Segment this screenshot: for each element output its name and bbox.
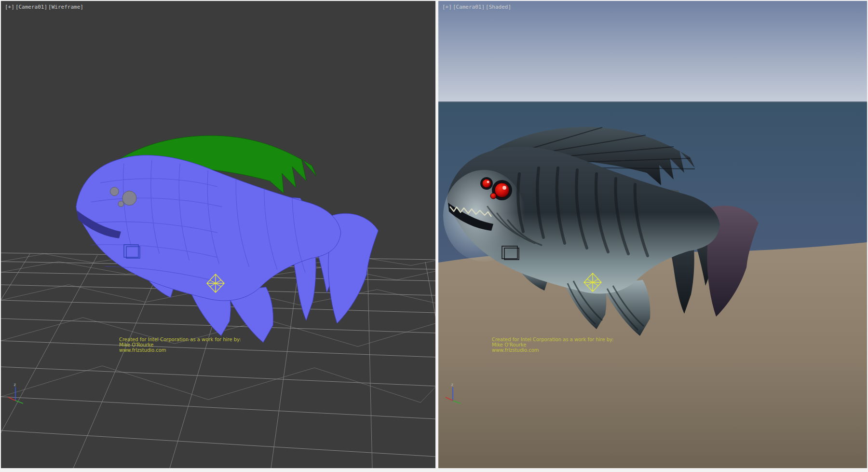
- viewport-menu-general[interactable]: [+]: [5, 4, 14, 10]
- eye-large: [122, 191, 136, 206]
- eye-large: [495, 183, 509, 197]
- watermark-line3: www.frlzstudio.com: [119, 347, 241, 353]
- watermark-line1: Created for Intel Corporation as a work …: [119, 337, 241, 342]
- watermark-line3: www.frlzstudio.com: [492, 347, 614, 353]
- eye-mid: [482, 179, 491, 188]
- watermark-text: Created for Intel Corporation as a work …: [492, 337, 614, 353]
- fish-model-wireframe[interactable]: [76, 136, 379, 343]
- viewport-menu-pov[interactable]: [Camera01]: [453, 4, 485, 10]
- eye-small: [118, 201, 124, 207]
- world-axis-gizmo: z: [7, 381, 28, 404]
- axis-z-label: z: [14, 382, 16, 387]
- dual-viewport-workspace: [+][Camera01][Wireframe] Created for Int…: [0, 0, 868, 472]
- watermark-text: Created for Intel Corporation as a work …: [119, 337, 241, 353]
- axis-z-label: z: [451, 382, 453, 387]
- eye-highlight: [502, 186, 506, 190]
- viewport-label-right: [+][Camera01][Shaded]: [442, 4, 512, 10]
- viewport-wireframe[interactable]: [+][Camera01][Wireframe] Created for Int…: [1, 1, 435, 468]
- viewport-shaded[interactable]: [+][Camera01][Shaded] Created for Intel …: [438, 1, 867, 468]
- watermark-line2: Mike O'Rourke: [492, 342, 614, 347]
- watermark-line2: Mike O'Rourke: [119, 342, 241, 347]
- viewport-menu-shading[interactable]: [Shaded]: [486, 4, 511, 10]
- eye-highlight: [487, 181, 489, 183]
- watermark-line1: Created for Intel Corporation as a work …: [492, 337, 614, 342]
- eye-small: [490, 193, 496, 199]
- viewport-menu-general[interactable]: [+]: [442, 4, 452, 10]
- viewport-label-left: [+][Camera01][Wireframe]: [5, 4, 84, 10]
- horizon-line: [438, 101, 867, 103]
- shaded-scene: [438, 1, 867, 468]
- sand-ground: [438, 242, 867, 468]
- sky-upper: [438, 1, 867, 102]
- world-axis-gizmo: z: [444, 381, 465, 404]
- viewport-menu-pov[interactable]: [Camera01]: [15, 4, 47, 10]
- wireframe-scene: [1, 1, 435, 468]
- viewport-menu-shading[interactable]: [Wireframe]: [48, 4, 83, 10]
- eye-mid: [110, 187, 119, 196]
